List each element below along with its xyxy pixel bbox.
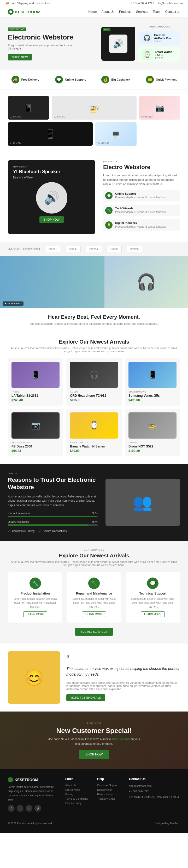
nav-services[interactable]: Services xyxy=(136,10,148,13)
testimonial-content: “ The customer service was exceptional, … xyxy=(66,654,180,701)
feature-delivery-label: Free Delivery xyxy=(22,78,39,81)
about-desc: Lorem ipsum dolor sit amet consectetur a… xyxy=(103,173,180,186)
footer-help-3[interactable]: Track My Order xyxy=(97,797,123,800)
footer-desc: Lorem ipsum dolor sit amet consectetur a… xyxy=(8,785,59,802)
side-product-1-info: Creative AirPods Pro $44.00 xyxy=(154,33,177,43)
testimonial-section: 😊 “ The customer service was exceptional… xyxy=(0,644,188,712)
brand-card-5[interactable]: 💻 05 BRAND xyxy=(95,122,137,146)
product-name: YI Bluetooth Speaker xyxy=(13,169,90,175)
feature-support: 💬 Online Support xyxy=(55,75,86,84)
feature-text-2: Digital Pioneers Praesent dapibus, neque… xyxy=(115,221,166,228)
brand-card-1[interactable]: 📱 01 BRAND xyxy=(8,96,49,120)
brand-card-4[interactable]: 📱 04 BRAND xyxy=(8,122,93,146)
social-facebook[interactable]: f xyxy=(8,805,14,812)
product-card-0[interactable]: 📱 TABLET LA Tablet S1-2381 $245.40 xyxy=(8,358,63,406)
footer-help-title: Help xyxy=(97,777,123,781)
product-card-1[interactable]: 🎧 AUDIO ORD Headphone TC-911 $135.00 xyxy=(66,358,122,406)
arrivals-title: Explore Our Newest Arrivals xyxy=(8,339,180,345)
product-card-3[interactable]: 📷 ACCESSORIES FB Duas 2000 $64.23 xyxy=(8,409,63,456)
see-all-services-button[interactable]: SEE ALL SERVICES xyxy=(75,628,113,636)
product-desc: Deal of the Week xyxy=(13,176,90,179)
footer-contact-col: Contact Us hi@kesetroom.com +1 866 0494 … xyxy=(129,777,180,812)
product-price-0: $245.40 xyxy=(11,398,60,402)
progress-label-0: Product Innovation 98% xyxy=(8,512,98,515)
side-product-2-info: Smart Watch Lite S $120.00 xyxy=(155,50,177,59)
product-name-1: ORD Headphone TC-911 xyxy=(70,394,118,398)
feature-cashback: 💰 Big Cashback xyxy=(101,75,130,84)
product-price-5: $192.20 xyxy=(128,449,177,453)
hero-product-box: NEW 🔊 xyxy=(101,27,135,61)
product-img-3: 📷 xyxy=(11,412,60,439)
brands-grid: 📱 01 BRAND 🚁 02 BRAND 📷 03 BRAND 📱 04 BR… xyxy=(8,96,180,146)
footer-top: KESETROOM Lorem ipsum dolor sit amet con… xyxy=(8,777,180,812)
feature-title-0: Online Support xyxy=(115,192,166,195)
logo-text: KESETROOM xyxy=(15,10,40,14)
trust-extra-0: ✓ Competitive Pricing xyxy=(8,529,34,533)
promo-desc-text: Use code NEWIO at checkout to receive a … xyxy=(48,737,111,741)
feature-free-delivery: 🚚 Free Delivery xyxy=(11,75,39,84)
product-cta-button[interactable]: SHOP NOW xyxy=(39,216,64,223)
footer-help-0[interactable]: Customer Support xyxy=(97,784,123,787)
feature-payment-label: Quick Payment xyxy=(156,78,177,81)
hero-side-item-1: 🎧 Creative AirPods Pro $44.00 xyxy=(138,31,180,45)
hero-cta-button[interactable]: SHOP NOW xyxy=(8,54,32,60)
section-title: Explore Our Newest Arrivals At sit et au… xyxy=(8,339,180,353)
product-card-5[interactable]: 🚁 DRONE Drone NOY S522 $192.20 xyxy=(125,409,180,456)
footer: KESETROOM Lorem ipsum dolor sit amet con… xyxy=(0,769,188,833)
brand-logo-0: Brand1 xyxy=(45,246,60,252)
product-name-4: Banana Watch N Series xyxy=(70,444,118,448)
social-youtube[interactable]: yt xyxy=(34,805,41,812)
nav-team[interactable]: Team xyxy=(153,10,160,13)
product-feature-right: ABOUT US Electro Webstore Lorem ipsum do… xyxy=(103,160,180,234)
service-cta-1[interactable]: LEARN MORE xyxy=(82,611,106,617)
product-img-4: ⌚ xyxy=(70,412,118,439)
footer-link-3[interactable]: Terms & Conditions xyxy=(65,797,91,800)
brand-5-icon: 💻 xyxy=(111,130,120,138)
footer-bottom: © 2024 Kesetroom. All rights reserved. D… xyxy=(8,818,180,825)
brand-card-2[interactable]: 🚁 02 BRAND xyxy=(52,96,137,120)
about-label: ABOUT US xyxy=(103,160,180,163)
top-bar-shipping: Free Shipping and Free Return xyxy=(10,2,50,5)
arrivals-desc: At sit et auctor leo convallis facilisi … xyxy=(8,346,180,353)
service-icon-0: 🔧 xyxy=(30,578,41,589)
nav-products[interactable]: Products xyxy=(119,10,131,13)
product-price-2: $495.00 xyxy=(128,398,177,402)
product-card-2[interactable]: 📱 SMARTPHONE Sumsung Venus G5s $495.00 xyxy=(125,358,180,406)
play-badge[interactable]: ▶ PLAY VIDEO xyxy=(3,302,24,306)
product-price-1: $135.00 xyxy=(70,398,118,402)
service-cta-0[interactable]: LEARN MORE xyxy=(23,611,47,617)
brand-2-label: 02 BRAND xyxy=(54,115,65,118)
promo-cta-button[interactable]: SHOP NOW xyxy=(79,750,109,759)
social-twitter[interactable]: t xyxy=(17,805,24,812)
social-linkedin[interactable]: in xyxy=(26,805,32,812)
play-icon: ▶ xyxy=(5,302,6,305)
footer-help-1[interactable]: Delivery Info xyxy=(97,788,123,791)
service-cta-2[interactable]: LEARN MORE xyxy=(141,611,165,617)
nav-contact[interactable]: Contact us xyxy=(165,10,180,13)
hero-left: ELECTRONIC Electronic Webstore Pragun ve… xyxy=(8,27,81,60)
nav-home[interactable]: Home xyxy=(88,10,97,13)
product-name-2: Sumsung Venus G5s xyxy=(128,394,177,398)
footer-link-1[interactable]: Our Services xyxy=(65,788,91,791)
footer-link-2[interactable]: Pricing xyxy=(65,793,91,796)
footer-link-0[interactable]: About Us xyxy=(65,784,91,787)
feature-title-2: Digital Pioneers xyxy=(115,221,166,224)
feature-icon-0: 💬 xyxy=(105,192,113,199)
progress-item-0: Product Innovation 98% xyxy=(8,512,98,517)
promo-title: New Customer Special! xyxy=(8,727,180,735)
progress-value-0: 98% xyxy=(92,512,98,515)
caption-desc: Ultrices vestibulum varius ullamcorper a… xyxy=(8,322,180,325)
footer-help-2[interactable]: Return Policy xyxy=(97,793,123,796)
hero-title: Electronic Webstore xyxy=(8,33,81,41)
footer-link-4[interactable]: Privacy Policy xyxy=(65,802,91,805)
side-product-2-name: Smart Watch Lite S xyxy=(155,50,177,57)
brand-card-3[interactable]: 📷 03 BRAND xyxy=(139,96,180,120)
trust-left: WHY US Reasons to Trust Our Electronic W… xyxy=(8,472,98,533)
product-card-4[interactable]: ⌚ SMART WATCH Banana Watch N Series $89.… xyxy=(66,409,122,456)
hero-section: ELECTRONIC Electronic Webstore Pragun ve… xyxy=(0,18,188,70)
testimonial-cta[interactable]: MORE TESTIMONIALS xyxy=(66,694,105,701)
service-desc-1: Lorem ipsum dolor sit amet with nulla do… xyxy=(72,597,116,609)
nav-about[interactable]: About Us xyxy=(102,10,114,13)
brand-4-label: 04 BRAND xyxy=(10,142,22,144)
product-cat-2: SMARTPHONE xyxy=(128,391,177,393)
